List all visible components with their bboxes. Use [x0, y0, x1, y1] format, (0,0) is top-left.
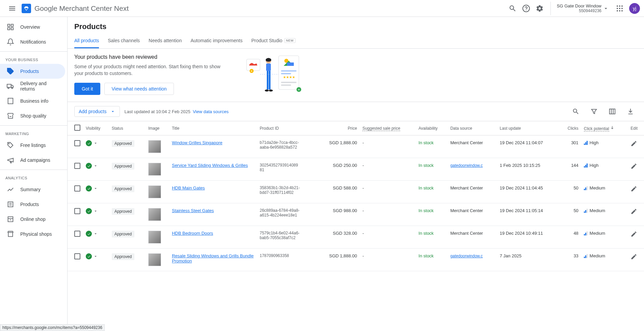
tabs-bar: All productsSales channelsNeeds attentio…	[68, 34, 644, 49]
sidebar-item-delivery[interactable]: Delivery and returns	[0, 79, 65, 94]
app-logo[interactable]: Google Merchant Center Next	[22, 4, 129, 13]
col-status[interactable]: Status	[109, 121, 146, 135]
col-data-source[interactable]: Data source	[447, 121, 497, 135]
tag-icon	[7, 68, 14, 75]
status-chip: Approved	[112, 253, 134, 260]
page-title: Products	[68, 17, 644, 34]
tab-needs-attention[interactable]: Needs attention	[149, 34, 182, 48]
data-source-link[interactable]: gatedoorwindow.c	[450, 163, 483, 168]
sidebar-item-ad-campaigns[interactable]: Ad campaigns	[0, 153, 65, 168]
sidebar-item-business-info[interactable]: Business info	[0, 94, 65, 108]
product-thumbnail[interactable]	[148, 163, 161, 176]
suggested-price-cell: -	[360, 181, 416, 203]
url-preview: https://merchants.google.com/mc/items?a=…	[0, 324, 105, 331]
tab-product-studio[interactable]: Product StudioNEW	[251, 34, 295, 48]
product-title-link[interactable]: Stainless Steel Gates	[172, 208, 214, 213]
clicks-cell: 33	[560, 249, 581, 271]
sidebar-item-shop-quality[interactable]: Shop quality	[0, 108, 65, 123]
visibility-toggle[interactable]	[86, 253, 106, 259]
product-thumbnail[interactable]	[148, 253, 161, 266]
megaphone-icon	[7, 156, 14, 164]
edit-button[interactable]	[630, 185, 637, 192]
tab-automatic-improvements[interactable]: Automatic improvements	[190, 34, 242, 48]
col-last-update[interactable]: Last update	[497, 121, 560, 135]
filter-button[interactable]	[587, 105, 601, 118]
row-checkbox[interactable]	[74, 208, 80, 214]
col-title[interactable]: Title	[169, 121, 257, 135]
visibility-toggle[interactable]	[86, 140, 106, 146]
visibility-toggle[interactable]	[86, 208, 106, 214]
edit-button[interactable]	[630, 231, 637, 237]
row-checkbox[interactable]	[74, 231, 80, 237]
apps-button[interactable]	[613, 2, 626, 15]
hamburger-menu-button[interactable]	[4, 0, 20, 17]
table-search-button[interactable]	[569, 105, 583, 118]
store-icon	[7, 112, 14, 120]
last-update-cell: 19 Dec 2024 11:04:45	[497, 181, 560, 203]
help-button[interactable]	[519, 2, 533, 15]
visibility-toggle[interactable]	[86, 185, 106, 192]
product-title-link[interactable]: Service Yard Sliding Windows & Grilles	[172, 163, 248, 168]
last-update-cell: 19 Dec 2024 10:49:11	[497, 226, 560, 249]
col-visibility[interactable]: Visibility	[83, 121, 109, 135]
select-all-checkbox[interactable]	[74, 125, 80, 131]
product-thumbnail[interactable]	[148, 208, 161, 221]
product-thumbnail[interactable]	[148, 140, 161, 153]
col-product-id[interactable]: Product ID	[257, 121, 316, 135]
product-title-link[interactable]: Window Grilles Singapore	[172, 140, 223, 145]
col-click-potential[interactable]: Click potential	[581, 121, 628, 135]
row-checkbox[interactable]	[74, 140, 80, 146]
row-checkbox[interactable]	[74, 253, 80, 259]
svg-point-1	[526, 10, 526, 10]
col-price[interactable]: Price	[316, 121, 360, 135]
settings-button[interactable]	[533, 2, 546, 15]
sidebar-item-online-shop[interactable]: Online shop	[0, 212, 65, 227]
account-selector[interactable]: SG Gate Door Window 5509449236	[550, 2, 609, 15]
sidebar-item-free-listings[interactable]: Free listings	[0, 138, 65, 153]
edit-button[interactable]	[630, 208, 637, 215]
sidebar-item-notifications[interactable]: Notifications	[0, 34, 65, 49]
gear-icon	[536, 4, 544, 12]
columns-button[interactable]	[606, 105, 619, 118]
row-checkbox[interactable]	[74, 185, 80, 192]
edit-button[interactable]	[630, 253, 637, 260]
product-thumbnail[interactable]	[148, 185, 161, 198]
svg-text:+: +	[298, 87, 300, 92]
visibility-toggle[interactable]	[86, 231, 106, 237]
account-avatar[interactable]: yj	[629, 3, 640, 14]
got-it-button[interactable]: Got it	[74, 83, 100, 95]
sidebar-item-summary[interactable]: Summary	[0, 182, 65, 197]
tab-all-products[interactable]: All products	[74, 34, 99, 48]
tab-sales-channels[interactable]: Sales channels	[108, 34, 140, 48]
col-image[interactable]: Image	[146, 121, 169, 135]
col-availability[interactable]: Availability	[416, 121, 447, 135]
sidebar-section-label: ANALYTICS	[0, 172, 67, 182]
row-checkbox[interactable]	[74, 163, 80, 169]
col-edit[interactable]: Edit	[628, 121, 644, 135]
list-icon	[7, 201, 14, 208]
view-needs-attention-button[interactable]: View what needs attention	[104, 83, 174, 95]
sidebar-item-overview[interactable]: Overview	[0, 20, 65, 34]
chevron-down-icon	[93, 141, 98, 146]
product-thumbnail[interactable]	[148, 231, 161, 244]
visibility-toggle[interactable]	[86, 163, 106, 169]
product-title-link[interactable]: HDB Bedroom Doors	[172, 231, 213, 236]
view-data-sources-link[interactable]: View data sources	[193, 109, 229, 114]
sidebar-item-products[interactable]: Products	[0, 64, 65, 79]
data-source-link[interactable]: gatedoorwindow.c	[450, 254, 483, 258]
product-title-link[interactable]: HDB Main Gates	[172, 185, 205, 190]
edit-button[interactable]	[630, 163, 637, 170]
data-source-cell: Merchant Center	[450, 231, 483, 236]
col-suggested-price[interactable]: Suggested sale price	[360, 121, 416, 135]
col-clicks[interactable]: Clicks	[560, 121, 581, 135]
sidebar-item-analytics-products[interactable]: Products	[0, 197, 65, 212]
search-button[interactable]	[506, 2, 519, 15]
svg-point-5	[617, 8, 618, 9]
download-button[interactable]	[624, 105, 637, 118]
sidebar-item-physical-shops[interactable]: Physical shops	[0, 227, 65, 241]
click-potential-cell: Medium	[584, 208, 625, 213]
add-products-button[interactable]: Add products	[74, 106, 120, 117]
edit-button[interactable]	[630, 140, 637, 147]
storefront-icon	[7, 215, 14, 223]
product-title-link[interactable]: Resale Sliding Windows and Grills Bundle…	[172, 253, 254, 263]
